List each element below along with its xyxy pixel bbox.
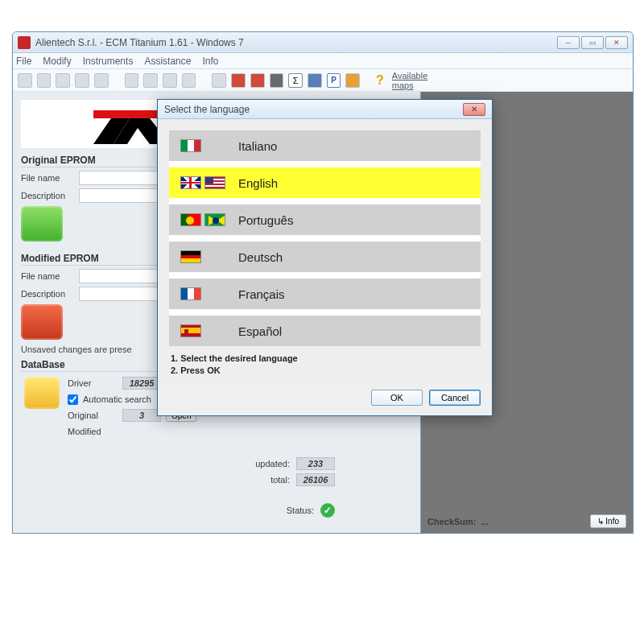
toolbar-btn-5[interactable]	[94, 73, 109, 88]
db-stats: updated:233 total:26106 Status:✓	[246, 456, 335, 518]
original-label: Original	[68, 411, 118, 420]
toolbar-btn-10[interactable]	[212, 73, 226, 88]
status-label: Status:	[270, 506, 314, 515]
language-list: ItalianoEnglishPortuguêsDeutschFrançaisE…	[169, 130, 481, 346]
help-icon[interactable]: ?	[376, 73, 387, 88]
language-option-français[interactable]: Français	[169, 279, 481, 309]
language-label: Deutsch	[238, 250, 283, 264]
toolbar-btn-3[interactable]	[56, 73, 70, 88]
close-button[interactable]: ✕	[605, 36, 628, 49]
language-label: English	[238, 176, 278, 190]
database-folder-icon[interactable]	[24, 377, 60, 409]
language-option-deutsch[interactable]: Deutsch	[169, 242, 481, 272]
total-count: 26106	[296, 473, 335, 486]
language-option-español[interactable]: Español	[169, 316, 481, 346]
mod-desc-input[interactable]	[79, 287, 167, 301]
toolbar-btn-sigma[interactable]: Σ	[288, 73, 303, 88]
dialog-close-button[interactable]: ✕	[463, 103, 485, 116]
menu-assistance[interactable]: Assistance	[144, 56, 191, 67]
menubar: File Modify Instruments Assistance Info	[13, 53, 633, 69]
flag-it-icon	[180, 139, 201, 152]
titlebar[interactable]: Alientech S.r.l. - ECM Titanium 1.61 - W…	[13, 32, 633, 53]
toolbar-btn-4[interactable]	[75, 73, 89, 88]
flag-us-icon	[204, 176, 225, 189]
dialog-titlebar[interactable]: Select the language ✕	[158, 100, 492, 119]
flag-pt-icon	[180, 213, 201, 226]
flag-fr-icon	[180, 287, 201, 300]
toolbar-btn-13[interactable]	[270, 73, 284, 88]
language-label: Italiano	[238, 139, 277, 153]
language-option-english[interactable]: English	[169, 167, 481, 198]
driver-label: Driver	[68, 378, 118, 388]
open-modified-folder-icon[interactable]	[21, 304, 63, 340]
menu-file[interactable]: File	[16, 56, 31, 67]
language-option-italiano[interactable]: Italiano	[169, 130, 481, 161]
language-dialog: Select the language ✕ ItalianoEnglishPor…	[157, 99, 493, 416]
maximize-button[interactable]: ▭	[581, 36, 604, 49]
info-button[interactable]: ↳ Info	[590, 514, 626, 528]
checksum-value: ...	[481, 517, 585, 526]
language-label: Português	[238, 213, 293, 227]
menu-modify[interactable]: Modify	[43, 56, 71, 67]
checksum-label: CheckSum:	[427, 517, 477, 526]
toolbar-btn-9[interactable]	[182, 73, 196, 88]
updated-label: updated:	[246, 459, 290, 469]
toolbar-btn-15[interactable]	[308, 73, 322, 88]
toolbar-btn-2[interactable]	[37, 73, 52, 88]
orig-filename-input[interactable]	[79, 171, 167, 185]
ok-button[interactable]: OK	[371, 390, 423, 406]
toolbar-btn-1[interactable]	[18, 73, 32, 88]
mod-filename-input[interactable]	[79, 269, 167, 283]
open-original-folder-icon[interactable]	[21, 206, 63, 242]
orig-desc-label: Description	[21, 191, 74, 200]
toolbar-btn-12[interactable]	[250, 73, 265, 88]
flag-br-icon	[204, 213, 225, 226]
language-option-português[interactable]: Português	[169, 204, 481, 235]
menu-info[interactable]: Info	[202, 56, 218, 67]
toolbar-btn-6[interactable]	[125, 73, 139, 88]
orig-desc-input[interactable]	[79, 188, 167, 203]
flag-es-icon	[180, 324, 201, 337]
language-label: Français	[238, 287, 285, 301]
available-maps-label: Available maps	[392, 71, 628, 90]
mod-filename-label: File name	[21, 271, 74, 281]
total-label: total:	[246, 475, 290, 485]
app-icon	[18, 36, 31, 49]
dialog-instruction-2: 2. Press OK	[171, 365, 481, 377]
updated-count: 233	[296, 457, 335, 470]
dialog-title-text: Select the language	[164, 104, 250, 115]
driver-count: 18295	[122, 377, 161, 390]
toolbar-btn-16[interactable]: P	[327, 73, 341, 88]
toolbar-btn-7[interactable]	[143, 73, 158, 88]
toolbar-btn-8[interactable]	[163, 73, 177, 88]
original-count: 3	[122, 409, 161, 422]
mod-desc-label: Description	[21, 289, 74, 299]
language-label: Español	[238, 324, 282, 338]
modified-label: Modified	[68, 427, 118, 436]
dialog-instruction-1: 1. Select the desired language	[171, 353, 481, 365]
cancel-button[interactable]: Cancel	[429, 390, 481, 406]
menu-instruments[interactable]: Instruments	[83, 56, 134, 67]
flag-de-icon	[180, 250, 201, 263]
auto-search-label: Automatic search	[83, 394, 151, 404]
window-title: Alientech S.r.l. - ECM Titanium 1.61 - W…	[35, 37, 557, 48]
flag-uk-icon	[180, 176, 201, 189]
orig-filename-label: File name	[21, 173, 74, 183]
toolbar: Σ P ? Available maps	[13, 69, 633, 92]
toolbar-btn-17[interactable]	[345, 73, 360, 88]
status-ok-icon: ✓	[320, 503, 335, 518]
toolbar-btn-11[interactable]	[231, 73, 246, 88]
minimize-button[interactable]: ─	[557, 36, 580, 49]
auto-search-checkbox[interactable]	[68, 394, 78, 405]
